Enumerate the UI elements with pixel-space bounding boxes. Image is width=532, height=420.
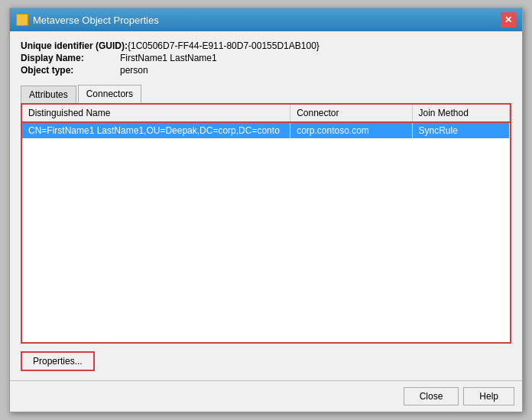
help-button[interactable]: Help (463, 387, 514, 405)
object-type-row: Object type: person (21, 65, 511, 76)
properties-button[interactable]: Properties... (21, 351, 95, 371)
col-header-dn: Distinguished Name (22, 105, 290, 122)
info-section: Unique identifier (GUID): {1C0506D7-FF44… (21, 40, 511, 77)
tab-connectors[interactable]: Connectors (78, 85, 141, 103)
tab-attributes[interactable]: Attributes (21, 86, 76, 103)
table-body: CN=FirstName1 LastName1,OU=Deepak,DC=cor… (22, 122, 510, 138)
display-name-value: FirstName1 LastName1 (120, 53, 217, 63)
table-row[interactable]: CN=FirstName1 LastName1,OU=Deepak,DC=cor… (22, 122, 510, 138)
window-title: Metaverse Object Properties (33, 15, 159, 26)
table-cell-join-method: SyncRule (412, 122, 510, 138)
footer: Close Help (10, 380, 522, 412)
metaverse-object-properties-window: Metaverse Object Properties ✕ Unique ide… (9, 8, 523, 412)
guid-value: {1C0506D7-FF44-E911-80D7-00155D1AB100} (128, 40, 320, 51)
close-button[interactable]: Close (404, 387, 459, 405)
connectors-table: Distinguished Name Connector Join Method… (22, 105, 510, 138)
guid-label: Unique identifier (GUID): (21, 40, 128, 51)
table-cell-dn: CN=FirstName1 LastName1,OU=Deepak,DC=cor… (22, 122, 290, 138)
window-icon (16, 14, 28, 26)
window-close-button[interactable]: ✕ (501, 12, 516, 27)
display-name-row: Display Name: FirstName1 LastName1 (21, 53, 511, 63)
object-type-value: person (120, 65, 148, 76)
display-name-label: Display Name: (21, 53, 120, 63)
bottom-section: Properties... (21, 351, 511, 371)
table-cell-connector: corp.contoso.com (290, 122, 412, 138)
guid-row: Unique identifier (GUID): {1C0506D7-FF44… (21, 40, 511, 51)
title-bar-left: Metaverse Object Properties (16, 14, 159, 26)
table-header-row: Distinguished Name Connector Join Method (22, 105, 510, 122)
col-header-connector: Connector (290, 105, 412, 122)
title-bar: Metaverse Object Properties ✕ (10, 8, 522, 31)
tabs-row: Attributes Connectors (21, 85, 511, 103)
object-type-label: Object type: (21, 65, 120, 76)
connectors-table-container: Distinguished Name Connector Join Method… (21, 103, 511, 344)
content-area: Unique identifier (GUID): {1C0506D7-FF44… (10, 31, 522, 380)
col-header-join-method: Join Method (412, 105, 510, 122)
